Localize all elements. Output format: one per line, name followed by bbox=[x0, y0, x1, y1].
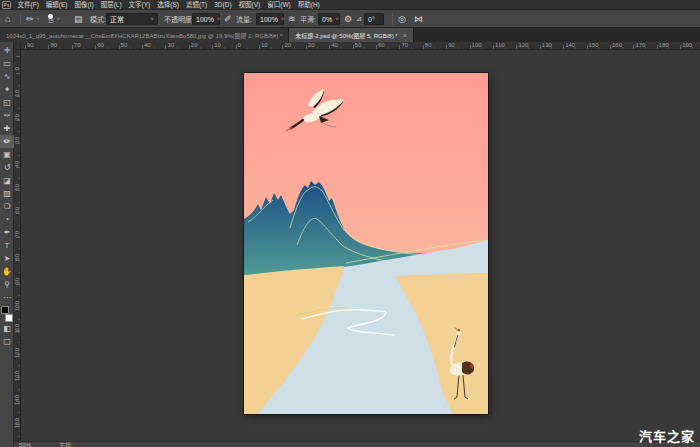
hruler-label: 0 bbox=[238, 42, 241, 48]
photoshop-logo-icon: Ps bbox=[2, 1, 11, 9]
hruler-label: 30 bbox=[167, 42, 174, 48]
menu-item-6[interactable]: 滤镜(T) bbox=[182, 0, 210, 10]
move-tool-icon[interactable]: ✛ bbox=[0, 44, 14, 57]
tools-panel: ✛▭∿✦◱✑✚✏▣↺◪▨❍◔✒T➤✋⚲⋯ ◧▢ bbox=[0, 42, 14, 447]
hruler-label: 40 bbox=[144, 42, 151, 48]
zoom-tool-icon[interactable]: ⚲ bbox=[0, 278, 14, 291]
brush-angle-input[interactable]: 0° bbox=[364, 13, 384, 25]
paint-symmetry-icon[interactable]: ⋈ bbox=[414, 14, 423, 24]
menu-item-4[interactable]: 文字(Y) bbox=[125, 0, 154, 10]
eraser-tool-icon[interactable]: ◪ bbox=[0, 174, 14, 187]
hruler-label: 40 bbox=[331, 42, 338, 48]
document-tab-psd-active[interactable]: 未标题-2.psd @ 50%(图层 5, RGB/8) * × bbox=[289, 28, 414, 42]
history-brush-tool-icon[interactable]: ↺ bbox=[0, 161, 14, 174]
hruler-label: 130 bbox=[542, 42, 552, 48]
vruler-label: 110 bbox=[14, 324, 21, 334]
hruler-label: 150 bbox=[589, 42, 599, 48]
angle-icon: ⊿ bbox=[356, 15, 362, 23]
brush-tool-preset[interactable]: ✏ ˅ bbox=[26, 10, 40, 28]
tool-options-bar: ⌂ ✏ ˅ 15 ˅ ▤ 模式: 正常˅ 不透明度: 100%˅ ✐ 流量: 1… bbox=[0, 10, 700, 28]
zoom-level-field[interactable]: 50% bbox=[19, 442, 31, 447]
blur-tool-icon[interactable]: ❍ bbox=[0, 200, 14, 213]
crop-tool-icon[interactable]: ◱ bbox=[0, 96, 14, 109]
vruler-label: 30 bbox=[14, 137, 21, 144]
mode-label: 模式: bbox=[90, 14, 106, 24]
menu-item-0[interactable]: 文件(F) bbox=[14, 0, 42, 10]
home-icon[interactable]: ⌂ bbox=[5, 14, 10, 24]
hruler-label: 90 bbox=[448, 42, 455, 48]
gradient-tool-icon[interactable]: ▨ bbox=[0, 187, 14, 200]
smoothing-input[interactable]: 0%˅ bbox=[318, 13, 340, 25]
brush-settings-panel-icon[interactable]: ▤ bbox=[74, 14, 83, 24]
hruler-label: 170 bbox=[635, 42, 645, 48]
toolbar-tools-top: ✛▭∿✦◱✑✚✏▣↺◪▨❍◔✒T➤✋⚲⋯ bbox=[0, 42, 13, 304]
path-selection-tool-icon[interactable]: ➤ bbox=[0, 252, 14, 265]
pressure-size-icon[interactable]: ◎ bbox=[398, 14, 406, 24]
opacity-input[interactable]: 100%˅ bbox=[192, 13, 220, 25]
hruler-label: 140 bbox=[565, 42, 575, 48]
hruler-label: 60 bbox=[378, 42, 385, 48]
menu-item-10[interactable]: 帮助(H) bbox=[294, 0, 323, 10]
vruler-label: 130 bbox=[14, 371, 21, 381]
hruler-label: 30 bbox=[308, 42, 315, 48]
foreground-color-swatch[interactable] bbox=[1, 306, 9, 314]
status-bar: 50% 文档: bbox=[14, 441, 700, 447]
ruler-origin-corner[interactable] bbox=[14, 42, 21, 50]
clone-stamp-tool-icon[interactable]: ▣ bbox=[0, 148, 14, 161]
pressure-opacity-icon[interactable]: ✐ bbox=[224, 14, 232, 24]
flow-input[interactable]: 100%˅ bbox=[256, 13, 284, 25]
lasso-tool-icon[interactable]: ∿ bbox=[0, 70, 14, 83]
eyedropper-tool-icon[interactable]: ✑ bbox=[0, 109, 14, 122]
hand-tool-icon[interactable]: ✋ bbox=[0, 265, 14, 278]
menu-item-5[interactable]: 选择(S) bbox=[154, 0, 183, 10]
chevron-down-icon: ˅ bbox=[335, 16, 339, 22]
quick-selection-tool-icon[interactable]: ✦ bbox=[0, 83, 14, 96]
menu-item-7[interactable]: 3D(D) bbox=[211, 0, 235, 10]
horizontal-ruler[interactable]: 9080706050403020100102030405060708090100… bbox=[21, 42, 700, 50]
hruler-label: 120 bbox=[518, 42, 528, 48]
screen-mode-button-icon[interactable]: ▢ bbox=[0, 335, 14, 348]
toolbar-tools-bottom: ◧▢ bbox=[0, 322, 13, 348]
vertical-ruler[interactable]: 0102030405060708090100110120130140150 bbox=[14, 50, 21, 441]
menu-item-9[interactable]: 窗口(W) bbox=[264, 0, 294, 10]
quick-mask-button-icon[interactable]: ◧ bbox=[0, 322, 14, 335]
document-tab-jpg[interactable]: 1024x0_1_q95_autohomecar__ChsEm8XHCKAR12… bbox=[0, 28, 289, 42]
menu-item-2[interactable]: 图像(I) bbox=[71, 0, 97, 10]
blend-mode-select[interactable]: 正常˅ bbox=[106, 13, 158, 25]
dodge-tool-icon[interactable]: ◔ bbox=[0, 213, 14, 226]
canvas[interactable] bbox=[244, 73, 488, 414]
artwork bbox=[244, 73, 488, 414]
rectangular-marquee-tool-icon[interactable]: ▭ bbox=[0, 57, 14, 70]
hruler-label: 90 bbox=[27, 42, 34, 48]
type-tool-icon[interactable]: T bbox=[0, 239, 14, 252]
hruler-label: 70 bbox=[74, 42, 81, 48]
vruler-label: 150 bbox=[14, 418, 21, 428]
edit-toolbar-button-icon[interactable]: ⋯ bbox=[0, 291, 14, 304]
menu-item-8[interactable]: 视图(V) bbox=[235, 0, 264, 10]
brush-preset-picker[interactable]: 15 ˅ bbox=[48, 10, 60, 28]
hruler-label: 70 bbox=[401, 42, 408, 48]
hruler-label: 100 bbox=[472, 42, 482, 48]
smoothing-label: 平滑: bbox=[300, 14, 316, 24]
vruler-label: 50 bbox=[14, 184, 21, 191]
vruler-label: 60 bbox=[14, 207, 21, 214]
separator bbox=[20, 13, 21, 25]
pen-tool-icon[interactable]: ✒ bbox=[0, 226, 14, 239]
hruler-label: 180 bbox=[659, 42, 669, 48]
hruler-label: 60 bbox=[97, 42, 104, 48]
menu-item-3[interactable]: 图层(L) bbox=[97, 0, 125, 10]
brush-icon: ✏ bbox=[26, 14, 34, 24]
background-color-swatch[interactable] bbox=[5, 314, 13, 322]
close-icon[interactable]: × bbox=[403, 32, 407, 39]
flow-label: 流量: bbox=[236, 14, 252, 24]
vruler-label: 80 bbox=[14, 254, 21, 261]
document-tab-bar: 1024x0_1_q95_autohomecar__ChsEm8XHCKAR12… bbox=[0, 28, 700, 42]
spot-healing-brush-tool-icon[interactable]: ✚ bbox=[0, 122, 14, 135]
color-swatches[interactable] bbox=[0, 306, 14, 322]
menu-item-1[interactable]: 编辑(E) bbox=[42, 0, 71, 10]
gear-icon[interactable]: ⚙ bbox=[344, 14, 352, 24]
chevron-down-icon: ˅ bbox=[150, 16, 154, 22]
airbrush-icon[interactable]: ≋ bbox=[288, 14, 296, 24]
hruler-label: 50 bbox=[121, 42, 128, 48]
brush-tool-icon[interactable]: ✏ bbox=[0, 135, 14, 148]
